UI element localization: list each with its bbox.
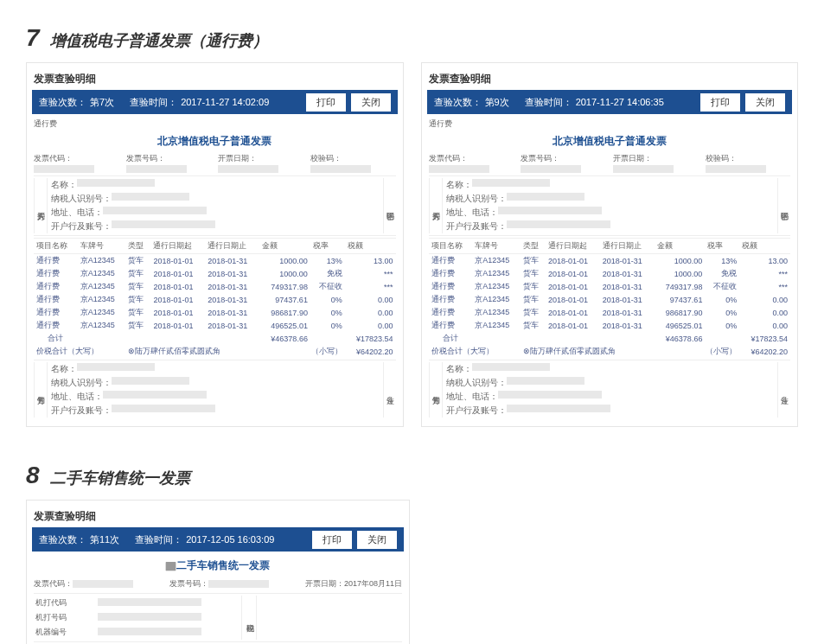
section-7-number: 7 (26, 24, 40, 52)
close-button[interactable]: 关闭 (351, 93, 391, 112)
counts-value: 第11次 (90, 533, 119, 546)
used-car-invoice-card: 发票查验明细 查验次数： 第11次 查验时间： 2017-12-05 16:03… (26, 500, 410, 644)
close-button[interactable]: 关闭 (745, 93, 785, 112)
card-b-toolbar: 查验次数： 第9次 查验时间： 2017-11-27 14:06:35 打印 关… (427, 90, 793, 114)
print-button[interactable]: 打印 (306, 93, 346, 112)
kprq-value: 2017年08月11日 (344, 579, 402, 588)
section-8-title: 二手车销售统一发票 (50, 468, 190, 488)
time-label: 查验时间： (130, 96, 177, 109)
items-table-a: 项目名称 车牌号 类型 通行日期起 通行日期止 金额 税率 税额 通行费京A12… (34, 238, 396, 358)
card-title: 发票查验明细 (427, 68, 793, 90)
fpdm-value (34, 165, 94, 173)
kprq-value (218, 165, 278, 173)
jym-label: 校验码： (310, 154, 342, 163)
buyer-block: 购买方 名称： 纳税人识别号： 地址、电话： 开户行及账号： 密码区 (34, 178, 396, 233)
card-a-toolbar: 查验次数： 第7次 查验时间： 2017-11-27 14:02:09 打印 关… (32, 90, 398, 114)
close-button[interactable]: 关闭 (357, 531, 397, 549)
toll-invoice-card-b: 发票查验明细 查验次数： 第9次 查验时间： 2017-11-27 14:06:… (421, 62, 799, 427)
table-row: 通行费京A12345货车2018-01-012018-01-311000.001… (429, 254, 791, 268)
section-7-header: 7 增值税电子普通发票（通行费） (26, 24, 798, 52)
password-side-label: 密码区 (383, 178, 396, 233)
card-title: 发票查验明细 (32, 506, 404, 527)
table-row: 通行费京A12345货车2018-01-012018-01-311000.00免… (429, 267, 791, 280)
section-8-header: 8 二手车销售统一发票 (26, 462, 798, 489)
remark-side-label: 备注 (383, 362, 396, 418)
table-row: 通行费京A12345货车2018-01-012018-01-31496525.0… (429, 319, 791, 332)
card-title: 发票查验明细 (32, 68, 398, 90)
used-doc-title: ▇二手车销售统一发票 (34, 555, 402, 577)
section-7-row: 发票查验明细 查验次数： 第7次 查验时间： 2017-11-27 14:02:… (26, 62, 798, 427)
table-row: 通行费京A12345货车2018-01-012018-01-3197437.61… (429, 293, 791, 306)
table-row: 通行费京A12345货车2018-01-012018-01-31986817.9… (34, 306, 396, 319)
fphm-value (126, 165, 187, 173)
counts-label: 查验次数： (39, 96, 86, 109)
toll-invoice-card-a: 发票查验明细 查验次数： 第7次 查验时间： 2017-11-27 14:02:… (26, 62, 404, 427)
seller-side-label: 销售方 (34, 362, 48, 418)
table-row: 通行费京A12345货车2018-01-012018-01-31496525.0… (34, 319, 396, 332)
items-table-b: 项目名称 车牌号 类型 通行日期起 通行日期止 金额 税率 税额 通行费京A12… (429, 238, 791, 358)
table-row: 通行费京A12345货车2018-01-012018-01-31749317.9… (429, 280, 791, 293)
table-row: 通行费京A12345货车2018-01-012018-01-3197437.61… (34, 293, 396, 306)
toll-category-label: 通行费 (34, 118, 57, 130)
seller-block: 销售方 名称： 纳税人识别号： 地址、电话： 开户行及账号： 备注 (34, 362, 396, 418)
print-button[interactable]: 打印 (700, 93, 740, 112)
table-row: 通行费京A12345货车2018-01-012018-01-31749317.9… (34, 280, 396, 293)
doc-title: 北京增值税电子普通发票 (429, 131, 791, 152)
section-8-number: 8 (26, 462, 40, 489)
used-car-toolbar: 查验次数： 第11次 查验时间： 2017-12-05 16:03:09 打印 … (32, 527, 404, 552)
time-value: 2017-12-05 16:03:09 (186, 534, 274, 545)
section-8-row: 发票查验明细 查验次数： 第11次 查验时间： 2017-12-05 16:03… (26, 500, 798, 644)
section-7-title: 增值税电子普通发票（通行费） (50, 30, 268, 51)
kprq-label: 开票日期： (218, 154, 257, 163)
counts-value: 第7次 (90, 96, 114, 109)
tax-ctrl-code-side: 税控码 (241, 596, 257, 640)
time-value: 2017-11-27 14:02:09 (181, 97, 269, 107)
print-button[interactable]: 打印 (312, 531, 352, 549)
counts-value: 第9次 (485, 96, 509, 109)
table-row: 通行费京A12345货车2018-01-012018-01-31986817.9… (429, 306, 791, 319)
table-row: 通行费京A12345货车2018-01-012018-01-311000.001… (34, 254, 396, 268)
buyer-side-label: 购买方 (34, 178, 48, 233)
doc-title: 北京增值税电子普通发票 (34, 131, 396, 152)
jym-value (310, 165, 371, 173)
table-row: 通行费京A12345货车2018-01-012018-01-311000.00免… (34, 267, 396, 280)
fphm-label: 发票号码： (126, 154, 165, 163)
time-value: 2017-11-27 14:06:35 (576, 97, 664, 107)
machine-codes-block: 机打代码 税控码 机打号码 机器编号 (34, 596, 402, 640)
fpdm-label: 发票代码： (34, 154, 73, 163)
